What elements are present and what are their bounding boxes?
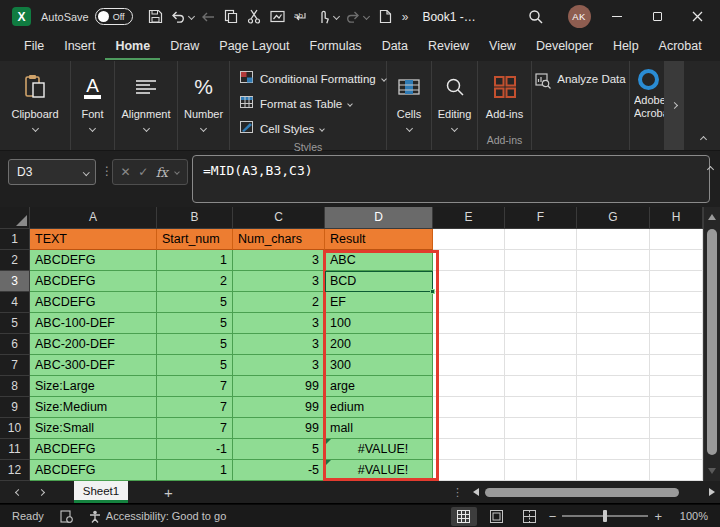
- tab-acrobat[interactable]: Acrobat: [649, 34, 712, 60]
- cell-E12[interactable]: [433, 460, 505, 481]
- addins-group[interactable]: Add-ins Add-ins: [478, 61, 532, 150]
- undo-button[interactable]: [168, 6, 189, 28]
- sheet-bar-menu-icon[interactable]: ⋮: [452, 486, 463, 499]
- cell-F2[interactable]: [505, 250, 577, 271]
- tab-power-pivot[interactable]: Power Pivot: [712, 34, 720, 60]
- cell-C7[interactable]: 3: [233, 355, 325, 376]
- cell-G10[interactable]: [577, 418, 650, 439]
- tab-page-layout[interactable]: Page Layout: [209, 34, 299, 60]
- cell-A6[interactable]: ABC-200-DEF: [30, 334, 157, 355]
- macro-record-icon[interactable]: [60, 510, 73, 523]
- cell-G1[interactable]: [577, 229, 650, 250]
- cell-E8[interactable]: [433, 376, 505, 397]
- cell-C8[interactable]: 99: [233, 376, 325, 397]
- cell-A4[interactable]: ABCDEFG: [30, 292, 157, 313]
- row-header-4[interactable]: 4: [0, 292, 30, 313]
- tab-view[interactable]: View: [479, 34, 526, 60]
- cell-D10[interactable]: mall: [325, 418, 433, 439]
- cell-B10[interactable]: 7: [157, 418, 233, 439]
- next-sheet-icon[interactable]: [38, 488, 45, 495]
- cell-A7[interactable]: ABC-300-DEF: [30, 355, 157, 376]
- cancel-entry-icon[interactable]: ✕: [121, 165, 131, 179]
- touch-mode-icon[interactable]: [313, 6, 334, 28]
- cell-B6[interactable]: 5: [157, 334, 233, 355]
- touch-mode-dropdown-icon[interactable]: [333, 13, 340, 20]
- cell-A9[interactable]: Size:Medium: [30, 397, 157, 418]
- save-button[interactable]: [145, 6, 166, 28]
- cell-D11[interactable]: #VALUE!: [325, 439, 433, 460]
- row-header-3[interactable]: 3: [0, 271, 30, 292]
- cell-F7[interactable]: [505, 355, 577, 376]
- normal-view-button[interactable]: [451, 507, 477, 526]
- tab-data[interactable]: Data: [372, 34, 418, 60]
- sheet-tab-sheet1[interactable]: Sheet1: [74, 481, 128, 503]
- row-header-11[interactable]: 11: [0, 439, 30, 460]
- zoom-slider[interactable]: [562, 515, 648, 517]
- styles-item-format-as-table[interactable]: Format as Table: [240, 91, 386, 116]
- cell-A5[interactable]: ABC-100-DEF: [30, 313, 157, 334]
- row-header-8[interactable]: 8: [0, 376, 30, 397]
- scroll-down-icon[interactable]: [708, 468, 716, 474]
- row-header-6[interactable]: 6: [0, 334, 30, 355]
- cell-G8[interactable]: [577, 376, 650, 397]
- styles-item-cell-styles[interactable]: Cell Styles: [240, 116, 386, 141]
- cell-F8[interactable]: [505, 376, 577, 397]
- cell-E5[interactable]: [433, 313, 505, 334]
- row-header-10[interactable]: 10: [0, 418, 30, 439]
- cell-C12[interactable]: -5: [233, 460, 325, 481]
- cell-H5[interactable]: [650, 313, 703, 334]
- cell-A3[interactable]: ABCDEFG: [30, 271, 157, 292]
- accessibility-status[interactable]: Accessibility: Good to go: [89, 510, 226, 523]
- cell-E3[interactable]: [433, 271, 505, 292]
- cells-group[interactable]: Cells: [387, 61, 432, 150]
- cell-H10[interactable]: [650, 418, 703, 439]
- cell-G12[interactable]: [577, 460, 650, 481]
- cell-H7[interactable]: [650, 355, 703, 376]
- cell-D6[interactable]: 200: [325, 334, 433, 355]
- cell-F12[interactable]: [505, 460, 577, 481]
- cell-A2[interactable]: ABCDEFG: [30, 250, 157, 271]
- cut-icon[interactable]: [244, 6, 265, 28]
- scroll-up-icon[interactable]: [708, 214, 716, 220]
- cell-C11[interactable]: 5: [233, 439, 325, 460]
- fx-dropdown-icon[interactable]: [175, 169, 181, 175]
- cell-H6[interactable]: [650, 334, 703, 355]
- scroll-right-icon[interactable]: [709, 488, 715, 496]
- cell-D8[interactable]: arge: [325, 376, 433, 397]
- cell-B5[interactable]: 5: [157, 313, 233, 334]
- cell-F4[interactable]: [505, 292, 577, 313]
- new-sheet-button[interactable]: +: [164, 485, 173, 500]
- page-break-view-button[interactable]: [517, 507, 543, 526]
- cell-A10[interactable]: Size:Small: [30, 418, 157, 439]
- col-header-D[interactable]: D: [325, 207, 433, 229]
- select-all-corner[interactable]: [0, 207, 30, 229]
- cell-B11[interactable]: -1: [157, 439, 233, 460]
- qat-overflow-icon[interactable]: »: [402, 10, 409, 24]
- vertical-scroll-thumb[interactable]: [707, 229, 717, 455]
- cell-C3[interactable]: 3: [233, 271, 325, 292]
- cell-C4[interactable]: 2: [233, 292, 325, 313]
- cell-F11[interactable]: [505, 439, 577, 460]
- cell-B8[interactable]: 7: [157, 376, 233, 397]
- zoom-slider-handle[interactable]: [603, 510, 607, 522]
- cell-A11[interactable]: ABCDEFG: [30, 439, 157, 460]
- row-header-2[interactable]: 2: [0, 250, 30, 271]
- cell-C9[interactable]: 99: [233, 397, 325, 418]
- cell-A1[interactable]: TEXT: [30, 229, 157, 250]
- row-header-1[interactable]: 1: [0, 229, 30, 250]
- cell-G7[interactable]: [577, 355, 650, 376]
- cell-B1[interactable]: Start_num: [157, 229, 233, 250]
- cell-E7[interactable]: [433, 355, 505, 376]
- cell-G11[interactable]: [577, 439, 650, 460]
- horizontal-scroll-thumb[interactable]: [485, 488, 679, 497]
- tab-review[interactable]: Review: [418, 34, 479, 60]
- cell-D2[interactable]: ABC: [325, 250, 433, 271]
- tab-draw[interactable]: Draw: [160, 34, 209, 60]
- row-header-12[interactable]: 12: [0, 460, 30, 481]
- zoom-out-button[interactable]: −: [549, 509, 557, 524]
- row-header-5[interactable]: 5: [0, 313, 30, 334]
- number-group[interactable]: % Number: [178, 61, 230, 150]
- cell-D5[interactable]: 100: [325, 313, 433, 334]
- close-button[interactable]: [682, 5, 712, 29]
- cell-H12[interactable]: [650, 460, 703, 481]
